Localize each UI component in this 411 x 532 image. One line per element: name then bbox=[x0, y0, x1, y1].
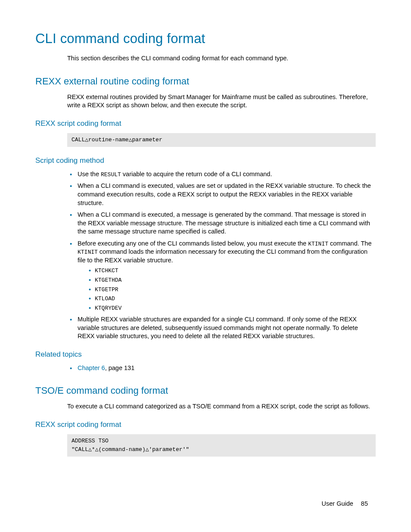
list-item: KTLOAD bbox=[86, 295, 376, 303]
list-item: KTGETPR bbox=[86, 286, 376, 294]
method-bullet-list: Use the RESULT variable to acquire the r… bbox=[67, 170, 376, 341]
inline-code: KTINIT bbox=[308, 241, 328, 247]
code-block-rexx-call: CALL△routine-name△parameter bbox=[67, 133, 376, 147]
sub-command-list: KTCHKCT KTGETHDA KTGETPR KTLOAD KTQRYDEV bbox=[86, 267, 376, 312]
list-item: Use the RESULT variable to acquire the r… bbox=[67, 170, 376, 179]
list-item: KTQRYDEV bbox=[86, 305, 376, 312]
heading-related-topics: Related topics bbox=[35, 350, 376, 359]
text: command. The bbox=[328, 240, 371, 247]
code-block-tsoe-call: ADDRESS TSO "CALL△*△(command-name)△'para… bbox=[67, 434, 376, 457]
heading-rexx-external: REXX external routine coding format bbox=[35, 76, 376, 87]
heading-rexx-script-format-1: REXX script coding format bbox=[35, 119, 376, 128]
chapter-link[interactable]: Chapter 6 bbox=[78, 364, 105, 371]
heading-1: CLI command coding format bbox=[35, 31, 376, 47]
inline-code: RESULT bbox=[101, 171, 121, 178]
heading-tsoe-format: TSO/E command coding format bbox=[35, 385, 376, 396]
text: Use the bbox=[78, 171, 101, 177]
list-item: Chapter 6, page 131 bbox=[67, 364, 376, 373]
text: Before executing any one of the CLI comm… bbox=[78, 240, 308, 247]
list-item: When a CLI command is executed, a messag… bbox=[67, 211, 376, 236]
text: , page 131 bbox=[105, 364, 135, 371]
rexx-ext-paragraph: REXX external routines provided by Smart… bbox=[67, 93, 376, 110]
footer-label: User Guide bbox=[322, 500, 353, 507]
related-topics-list: Chapter 6, page 131 bbox=[67, 364, 376, 373]
inline-code: KTINIT bbox=[78, 249, 98, 255]
tsoe-paragraph: To execute a CLI command categorized as … bbox=[67, 402, 376, 411]
list-item: Before executing any one of the CLI comm… bbox=[67, 240, 376, 312]
intro-paragraph: This section describes the CLI command c… bbox=[67, 54, 376, 63]
text: command loads the information necessary … bbox=[78, 248, 367, 264]
list-item: When a CLI command is executed, values a… bbox=[67, 182, 376, 207]
page-number: 85 bbox=[361, 500, 368, 507]
heading-rexx-script-format-2: REXX script coding format bbox=[35, 420, 376, 429]
list-item: KTCHKCT bbox=[86, 267, 376, 275]
text: variable to acquire the return code of a… bbox=[121, 171, 272, 177]
heading-script-coding-method: Script coding method bbox=[35, 156, 376, 165]
page-footer: User Guide85 bbox=[322, 500, 368, 507]
list-item: Multiple REXX variable structures are ex… bbox=[67, 315, 376, 341]
list-item: KTGETHDA bbox=[86, 277, 376, 284]
